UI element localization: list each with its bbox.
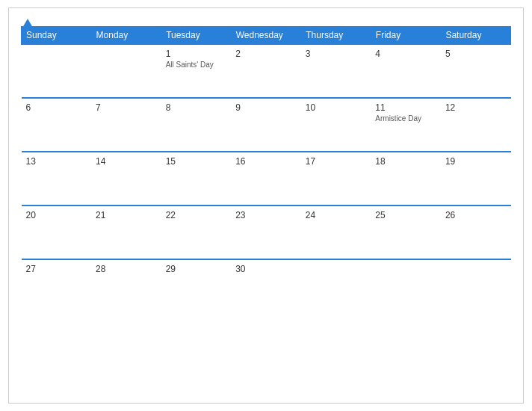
calendar-cell [22, 44, 92, 98]
week-row-3: 13141516171819 [22, 152, 511, 206]
day-number: 14 [96, 156, 157, 167]
calendar-cell [441, 259, 511, 313]
weekday-header-wednesday: Wednesday [231, 27, 301, 45]
day-number: 24 [306, 210, 367, 220]
day-number: 20 [26, 210, 87, 220]
week-row-1: 1All Saints' Day2345 [22, 44, 511, 98]
week-row-5: 27282930 [22, 259, 511, 313]
calendar-cell: 26 [441, 206, 511, 259]
calendar-cell: 12 [441, 98, 511, 152]
day-number: 4 [375, 49, 436, 59]
day-number: 3 [306, 49, 367, 59]
day-number: 30 [235, 264, 297, 274]
day-number: 9 [235, 102, 297, 113]
week-row-4: 20212223242526 [22, 206, 511, 259]
weekday-header-thursday: Thursday [301, 27, 371, 45]
calendar-cell: 13 [22, 152, 92, 206]
calendar-cell: 19 [441, 152, 511, 206]
day-number: 21 [96, 210, 157, 220]
day-number: 12 [445, 102, 507, 113]
calendar-cell [91, 44, 161, 98]
calendar-cell: 11Armistice Day [371, 98, 441, 152]
calendar-cell: 20 [22, 206, 92, 259]
calendar-cell: 10 [301, 98, 371, 152]
calendar-cell: 29 [161, 259, 232, 313]
day-number: 7 [96, 102, 157, 113]
day-number: 11 [375, 102, 436, 113]
week-row-2: 67891011Armistice Day12 [22, 98, 511, 152]
calendar-cell: 17 [301, 152, 371, 206]
calendar-cell: 5 [441, 44, 511, 98]
day-number: 18 [375, 156, 436, 167]
day-number: 15 [166, 156, 227, 167]
calendar-cell: 3 [301, 44, 371, 98]
day-number: 19 [445, 156, 507, 167]
calendar-container: SundayMondayTuesdayWednesdayThursdayFrid… [8, 7, 524, 404]
calendar-cell: 15 [161, 152, 232, 206]
weekday-header-monday: Monday [91, 27, 161, 45]
calendar-cell: 14 [91, 152, 161, 206]
calendar-table: SundayMondayTuesdayWednesdayThursdayFrid… [21, 26, 511, 313]
weekday-header-saturday: Saturday [441, 27, 511, 45]
weekday-header-sunday: Sunday [22, 27, 92, 45]
calendar-cell: 1All Saints' Day [161, 44, 232, 98]
day-number: 22 [166, 210, 227, 220]
day-number: 25 [375, 210, 436, 220]
logo-triangle-icon [22, 19, 33, 28]
day-number: 13 [26, 156, 87, 167]
holiday-name: All Saints' Day [166, 61, 227, 69]
calendar-cell: 16 [231, 152, 301, 206]
calendar-cell: 6 [22, 98, 92, 152]
weekday-header-friday: Friday [371, 27, 441, 45]
day-number: 10 [306, 102, 367, 113]
day-number: 29 [166, 264, 227, 274]
calendar-cell: 30 [231, 259, 301, 313]
calendar-cell [301, 259, 371, 313]
day-number: 26 [445, 210, 507, 220]
calendar-cell: 8 [161, 98, 232, 152]
calendar-cell: 21 [91, 206, 161, 259]
calendar-cell: 23 [231, 206, 301, 259]
calendar-cell: 22 [161, 206, 232, 259]
logo [21, 19, 33, 28]
calendar-cell: 25 [371, 206, 441, 259]
day-number: 8 [166, 102, 227, 113]
day-number: 28 [96, 264, 157, 274]
day-number: 1 [166, 49, 227, 59]
day-number: 6 [26, 102, 87, 113]
day-number: 2 [235, 49, 297, 59]
day-number: 23 [235, 210, 297, 220]
calendar-cell [371, 259, 441, 313]
day-number: 16 [235, 156, 297, 167]
calendar-cell: 4 [371, 44, 441, 98]
day-number: 27 [26, 264, 87, 274]
calendar-cell: 24 [301, 206, 371, 259]
calendar-cell: 28 [91, 259, 161, 313]
weekday-header-tuesday: Tuesday [161, 27, 232, 45]
calendar-cell: 9 [231, 98, 301, 152]
calendar-cell: 7 [91, 98, 161, 152]
day-number: 17 [306, 156, 367, 167]
holiday-name: Armistice Day [375, 114, 436, 123]
calendar-cell: 27 [22, 259, 92, 313]
calendar-cell: 18 [371, 152, 441, 206]
calendar-cell: 2 [231, 44, 301, 98]
weekday-header-row: SundayMondayTuesdayWednesdayThursdayFrid… [22, 27, 511, 45]
day-number: 5 [445, 49, 507, 59]
